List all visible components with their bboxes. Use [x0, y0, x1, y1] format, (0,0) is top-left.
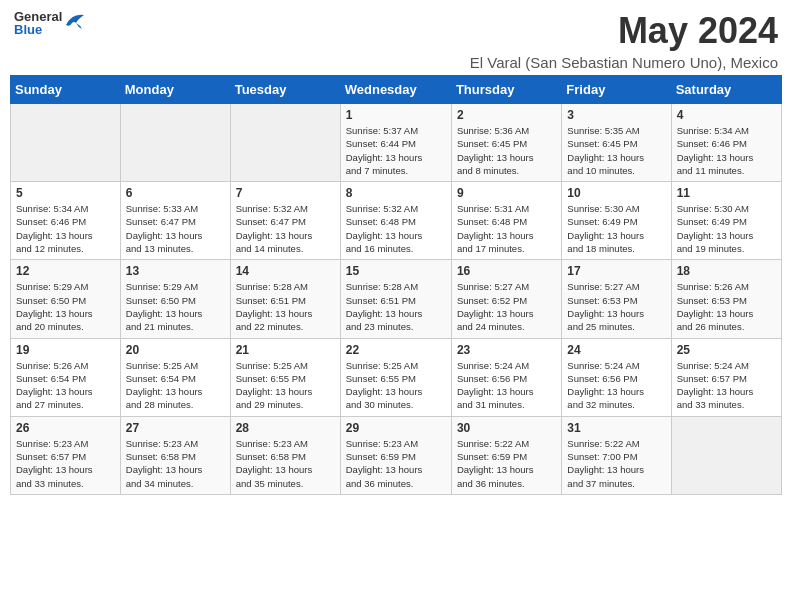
calendar-week-row: 1Sunrise: 5:37 AM Sunset: 6:44 PM Daylig…: [11, 104, 782, 182]
weekday-header-wednesday: Wednesday: [340, 76, 451, 104]
calendar-cell: [230, 104, 340, 182]
calendar-cell: 13Sunrise: 5:29 AM Sunset: 6:50 PM Dayli…: [120, 260, 230, 338]
day-number: 22: [346, 343, 446, 357]
calendar-cell: 9Sunrise: 5:31 AM Sunset: 6:48 PM Daylig…: [451, 182, 561, 260]
calendar-cell: 7Sunrise: 5:32 AM Sunset: 6:47 PM Daylig…: [230, 182, 340, 260]
day-number: 10: [567, 186, 665, 200]
day-info: Sunrise: 5:30 AM Sunset: 6:49 PM Dayligh…: [677, 202, 776, 255]
calendar-cell: 26Sunrise: 5:23 AM Sunset: 6:57 PM Dayli…: [11, 416, 121, 494]
day-number: 5: [16, 186, 115, 200]
day-info: Sunrise: 5:27 AM Sunset: 6:52 PM Dayligh…: [457, 280, 556, 333]
calendar-cell: 22Sunrise: 5:25 AM Sunset: 6:55 PM Dayli…: [340, 338, 451, 416]
logo-bird-icon: [64, 11, 86, 35]
calendar-week-row: 5Sunrise: 5:34 AM Sunset: 6:46 PM Daylig…: [11, 182, 782, 260]
day-number: 28: [236, 421, 335, 435]
calendar-cell: 30Sunrise: 5:22 AM Sunset: 6:59 PM Dayli…: [451, 416, 561, 494]
day-info: Sunrise: 5:34 AM Sunset: 6:46 PM Dayligh…: [16, 202, 115, 255]
day-info: Sunrise: 5:26 AM Sunset: 6:53 PM Dayligh…: [677, 280, 776, 333]
day-number: 18: [677, 264, 776, 278]
day-number: 2: [457, 108, 556, 122]
day-number: 23: [457, 343, 556, 357]
calendar-cell: 16Sunrise: 5:27 AM Sunset: 6:52 PM Dayli…: [451, 260, 561, 338]
calendar-cell: 3Sunrise: 5:35 AM Sunset: 6:45 PM Daylig…: [562, 104, 671, 182]
weekday-header-friday: Friday: [562, 76, 671, 104]
day-info: Sunrise: 5:28 AM Sunset: 6:51 PM Dayligh…: [346, 280, 446, 333]
day-info: Sunrise: 5:25 AM Sunset: 6:55 PM Dayligh…: [236, 359, 335, 412]
calendar-table: SundayMondayTuesdayWednesdayThursdayFrid…: [10, 75, 782, 495]
calendar-cell: 10Sunrise: 5:30 AM Sunset: 6:49 PM Dayli…: [562, 182, 671, 260]
day-number: 25: [677, 343, 776, 357]
day-info: Sunrise: 5:29 AM Sunset: 6:50 PM Dayligh…: [16, 280, 115, 333]
day-number: 30: [457, 421, 556, 435]
day-info: Sunrise: 5:23 AM Sunset: 6:59 PM Dayligh…: [346, 437, 446, 490]
day-info: Sunrise: 5:32 AM Sunset: 6:48 PM Dayligh…: [346, 202, 446, 255]
day-number: 26: [16, 421, 115, 435]
weekday-header-tuesday: Tuesday: [230, 76, 340, 104]
calendar-cell: 5Sunrise: 5:34 AM Sunset: 6:46 PM Daylig…: [11, 182, 121, 260]
calendar-cell: 29Sunrise: 5:23 AM Sunset: 6:59 PM Dayli…: [340, 416, 451, 494]
calendar-week-row: 26Sunrise: 5:23 AM Sunset: 6:57 PM Dayli…: [11, 416, 782, 494]
calendar-cell: 28Sunrise: 5:23 AM Sunset: 6:58 PM Dayli…: [230, 416, 340, 494]
calendar-cell: [120, 104, 230, 182]
calendar-cell: 21Sunrise: 5:25 AM Sunset: 6:55 PM Dayli…: [230, 338, 340, 416]
day-number: 1: [346, 108, 446, 122]
day-info: Sunrise: 5:31 AM Sunset: 6:48 PM Dayligh…: [457, 202, 556, 255]
day-number: 15: [346, 264, 446, 278]
logo-text: General Blue: [14, 10, 62, 36]
calendar-header-row: SundayMondayTuesdayWednesdayThursdayFrid…: [11, 76, 782, 104]
day-info: Sunrise: 5:29 AM Sunset: 6:50 PM Dayligh…: [126, 280, 225, 333]
day-info: Sunrise: 5:37 AM Sunset: 6:44 PM Dayligh…: [346, 124, 446, 177]
day-info: Sunrise: 5:35 AM Sunset: 6:45 PM Dayligh…: [567, 124, 665, 177]
weekday-header-saturday: Saturday: [671, 76, 781, 104]
calendar-cell: 24Sunrise: 5:24 AM Sunset: 6:56 PM Dayli…: [562, 338, 671, 416]
day-info: Sunrise: 5:24 AM Sunset: 6:57 PM Dayligh…: [677, 359, 776, 412]
day-number: 16: [457, 264, 556, 278]
calendar-cell: 23Sunrise: 5:24 AM Sunset: 6:56 PM Dayli…: [451, 338, 561, 416]
day-info: Sunrise: 5:25 AM Sunset: 6:55 PM Dayligh…: [346, 359, 446, 412]
logo-blue: Blue: [14, 23, 62, 36]
calendar-cell: 18Sunrise: 5:26 AM Sunset: 6:53 PM Dayli…: [671, 260, 781, 338]
day-number: 24: [567, 343, 665, 357]
day-info: Sunrise: 5:28 AM Sunset: 6:51 PM Dayligh…: [236, 280, 335, 333]
weekday-header-monday: Monday: [120, 76, 230, 104]
calendar-cell: 25Sunrise: 5:24 AM Sunset: 6:57 PM Dayli…: [671, 338, 781, 416]
day-info: Sunrise: 5:24 AM Sunset: 6:56 PM Dayligh…: [457, 359, 556, 412]
calendar-cell: 11Sunrise: 5:30 AM Sunset: 6:49 PM Dayli…: [671, 182, 781, 260]
calendar-cell: 2Sunrise: 5:36 AM Sunset: 6:45 PM Daylig…: [451, 104, 561, 182]
day-info: Sunrise: 5:32 AM Sunset: 6:47 PM Dayligh…: [236, 202, 335, 255]
day-number: 7: [236, 186, 335, 200]
day-number: 29: [346, 421, 446, 435]
title-section: May 2024 El Varal (San Sebastian Numero …: [470, 10, 778, 71]
day-info: Sunrise: 5:36 AM Sunset: 6:45 PM Dayligh…: [457, 124, 556, 177]
calendar-cell: 6Sunrise: 5:33 AM Sunset: 6:47 PM Daylig…: [120, 182, 230, 260]
calendar-cell: 19Sunrise: 5:26 AM Sunset: 6:54 PM Dayli…: [11, 338, 121, 416]
calendar-cell: 12Sunrise: 5:29 AM Sunset: 6:50 PM Dayli…: [11, 260, 121, 338]
day-info: Sunrise: 5:34 AM Sunset: 6:46 PM Dayligh…: [677, 124, 776, 177]
day-number: 11: [677, 186, 776, 200]
logo: General Blue: [14, 10, 86, 36]
calendar-cell: 15Sunrise: 5:28 AM Sunset: 6:51 PM Dayli…: [340, 260, 451, 338]
day-number: 17: [567, 264, 665, 278]
calendar-cell: [11, 104, 121, 182]
day-number: 27: [126, 421, 225, 435]
calendar-cell: 17Sunrise: 5:27 AM Sunset: 6:53 PM Dayli…: [562, 260, 671, 338]
day-info: Sunrise: 5:27 AM Sunset: 6:53 PM Dayligh…: [567, 280, 665, 333]
calendar-cell: 8Sunrise: 5:32 AM Sunset: 6:48 PM Daylig…: [340, 182, 451, 260]
day-info: Sunrise: 5:30 AM Sunset: 6:49 PM Dayligh…: [567, 202, 665, 255]
weekday-header-thursday: Thursday: [451, 76, 561, 104]
day-number: 31: [567, 421, 665, 435]
day-number: 20: [126, 343, 225, 357]
location-title: El Varal (San Sebastian Numero Uno), Mex…: [470, 54, 778, 71]
page-header: General Blue May 2024 El Varal (San Seba…: [10, 10, 782, 71]
day-info: Sunrise: 5:23 AM Sunset: 6:58 PM Dayligh…: [236, 437, 335, 490]
calendar-week-row: 19Sunrise: 5:26 AM Sunset: 6:54 PM Dayli…: [11, 338, 782, 416]
day-info: Sunrise: 5:25 AM Sunset: 6:54 PM Dayligh…: [126, 359, 225, 412]
day-number: 19: [16, 343, 115, 357]
day-info: Sunrise: 5:24 AM Sunset: 6:56 PM Dayligh…: [567, 359, 665, 412]
month-title: May 2024: [470, 10, 778, 52]
calendar-cell: 4Sunrise: 5:34 AM Sunset: 6:46 PM Daylig…: [671, 104, 781, 182]
calendar-cell: 20Sunrise: 5:25 AM Sunset: 6:54 PM Dayli…: [120, 338, 230, 416]
day-info: Sunrise: 5:22 AM Sunset: 7:00 PM Dayligh…: [567, 437, 665, 490]
calendar-cell: 31Sunrise: 5:22 AM Sunset: 7:00 PM Dayli…: [562, 416, 671, 494]
day-number: 13: [126, 264, 225, 278]
